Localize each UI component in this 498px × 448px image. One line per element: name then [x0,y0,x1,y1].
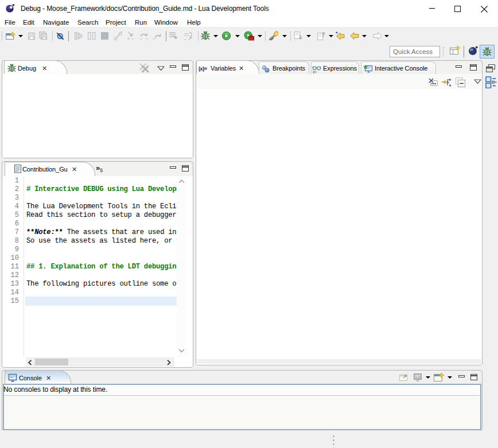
svg-text:*: * [336,31,338,36]
svg-text:x=: x= [313,70,317,74]
